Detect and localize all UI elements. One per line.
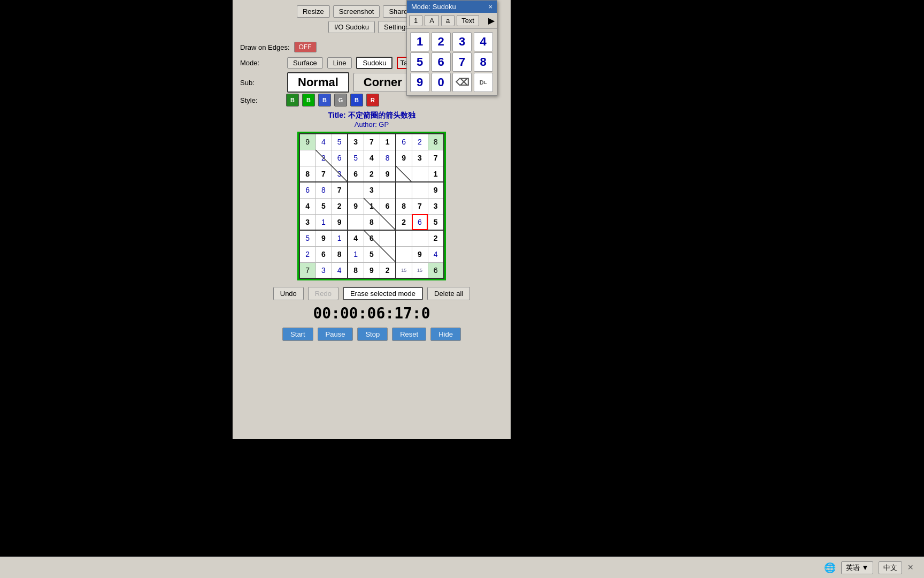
cell-8-4[interactable]: 9 [364, 262, 380, 278]
style-b2-button[interactable]: B [302, 94, 315, 107]
cell-4-8[interactable]: 3 [428, 198, 444, 214]
resize-button[interactable]: Resize [297, 5, 330, 18]
cell-0-8[interactable]: 8 [428, 134, 444, 150]
style-b4-button[interactable]: B [350, 94, 363, 107]
mode-tab-A[interactable]: A [425, 15, 439, 26]
num-6[interactable]: 6 [432, 52, 451, 72]
cell-3-5[interactable] [380, 182, 396, 198]
reset-button[interactable]: Reset [392, 328, 426, 341]
cell-8-5[interactable]: 2 [380, 262, 396, 278]
cell-8-7[interactable]: 15 [412, 262, 428, 278]
mode-line-button[interactable]: Line [327, 57, 352, 69]
cell-2-1[interactable]: 7 [315, 166, 332, 182]
cell-2-8[interactable]: 1 [428, 166, 444, 182]
mode-tab-1[interactable]: 1 [409, 15, 422, 26]
cell-3-6[interactable] [396, 182, 412, 198]
cell-8-3[interactable]: 8 [348, 262, 364, 278]
lang-close-button[interactable]: × [907, 562, 913, 573]
cell-2-3[interactable]: 6 [348, 166, 364, 182]
cell-8-0[interactable]: 7 [299, 262, 315, 278]
cell-2-2[interactable]: 3 [332, 166, 348, 182]
cell-1-7[interactable]: 3 [412, 150, 428, 166]
sudoku-grid[interactable]: 9453716282654893787362916873945291687331… [297, 132, 446, 280]
cell-2-6[interactable] [396, 166, 412, 182]
cell-5-5[interactable] [380, 214, 396, 230]
play-icon[interactable]: ▶ [488, 16, 495, 26]
cell-4-7[interactable]: 7 [412, 198, 428, 214]
cell-6-1[interactable]: 9 [315, 230, 332, 246]
cell-5-8[interactable]: 5 [428, 214, 444, 230]
cell-8-2[interactable]: 4 [332, 262, 348, 278]
cell-0-1[interactable]: 4 [315, 134, 332, 150]
screenshot-button[interactable]: Screenshot [333, 5, 380, 18]
cell-8-1[interactable]: 3 [315, 262, 332, 278]
cell-7-1[interactable]: 6 [315, 246, 332, 262]
cell-1-2[interactable]: 6 [332, 150, 348, 166]
undo-button[interactable]: Undo [273, 287, 304, 300]
cell-7-3[interactable]: 1 [348, 246, 364, 262]
cell-4-5[interactable]: 6 [380, 198, 396, 214]
num-4[interactable]: 4 [474, 32, 493, 51]
cell-1-1[interactable]: 2 [315, 150, 332, 166]
style-r-button[interactable]: R [366, 94, 379, 107]
cell-5-4[interactable]: 8 [364, 214, 380, 230]
cell-3-8[interactable]: 9 [428, 182, 444, 198]
cell-1-5[interactable]: 8 [380, 150, 396, 166]
mode-surface-button[interactable]: Surface [287, 57, 323, 69]
cell-7-8[interactable]: 4 [428, 246, 444, 262]
cell-3-3[interactable] [348, 182, 364, 198]
cell-1-0[interactable] [299, 150, 315, 166]
cell-3-1[interactable]: 8 [315, 182, 332, 198]
cell-3-7[interactable] [412, 182, 428, 198]
cell-2-0[interactable]: 8 [299, 166, 315, 182]
cell-5-7[interactable]: 6 [412, 214, 428, 230]
cell-6-2[interactable]: 1 [332, 230, 348, 246]
num-8[interactable]: 8 [474, 52, 493, 72]
draw-edges-toggle[interactable]: OFF [294, 42, 317, 52]
cell-6-7[interactable] [412, 230, 428, 246]
cell-6-0[interactable]: 5 [299, 230, 315, 246]
mode-panel-close[interactable]: × [488, 3, 492, 11]
cell-0-7[interactable]: 2 [412, 134, 428, 150]
cell-4-1[interactable]: 5 [315, 198, 332, 214]
cell-7-6[interactable] [396, 246, 412, 262]
cell-4-3[interactable]: 9 [348, 198, 364, 214]
cell-7-4[interactable]: 5 [364, 246, 380, 262]
hide-button[interactable]: Hide [430, 328, 461, 341]
cell-2-7[interactable] [412, 166, 428, 182]
cell-6-6[interactable] [396, 230, 412, 246]
lang-chinese-button[interactable]: 中文 [879, 561, 902, 574]
delete-large-button[interactable]: DL [474, 73, 493, 92]
cell-0-2[interactable]: 5 [332, 134, 348, 150]
backspace-button[interactable]: ⌫ [452, 73, 472, 92]
cell-3-0[interactable]: 6 [299, 182, 315, 198]
cell-1-6[interactable]: 9 [396, 150, 412, 166]
cell-4-0[interactable]: 4 [299, 198, 315, 214]
mode-tab-text[interactable]: Text [457, 15, 479, 26]
sub-corner-button[interactable]: Corner [353, 73, 412, 92]
cell-0-0[interactable]: 9 [299, 134, 315, 150]
cell-6-8[interactable]: 2 [428, 230, 444, 246]
cell-8-6[interactable]: 15 [396, 262, 412, 278]
erase-selected-button[interactable]: Erase selected mode [343, 287, 423, 300]
mode-tab-a[interactable]: a [441, 15, 455, 26]
cell-1-8[interactable]: 7 [428, 150, 444, 166]
cell-2-4[interactable]: 2 [364, 166, 380, 182]
num-9[interactable]: 9 [410, 73, 429, 92]
cell-4-2[interactable]: 2 [332, 198, 348, 214]
cell-4-6[interactable]: 8 [396, 198, 412, 214]
cell-0-6[interactable]: 6 [396, 134, 412, 150]
delete-all-button[interactable]: Delete all [427, 287, 470, 300]
cell-0-3[interactable]: 3 [348, 134, 364, 150]
cell-1-4[interactable]: 4 [364, 150, 380, 166]
num-7[interactable]: 7 [452, 52, 472, 72]
pause-button[interactable]: Pause [318, 328, 353, 341]
cell-6-4[interactable]: 6 [364, 230, 380, 246]
style-b1-button[interactable]: B [286, 94, 299, 107]
cell-6-5[interactable] [380, 230, 396, 246]
cell-5-3[interactable] [348, 214, 364, 230]
lang-english-button[interactable]: 英语 ▼ [841, 561, 874, 574]
cell-7-5[interactable] [380, 246, 396, 262]
style-b3-button[interactable]: B [318, 94, 331, 107]
cell-5-6[interactable]: 2 [396, 214, 412, 230]
